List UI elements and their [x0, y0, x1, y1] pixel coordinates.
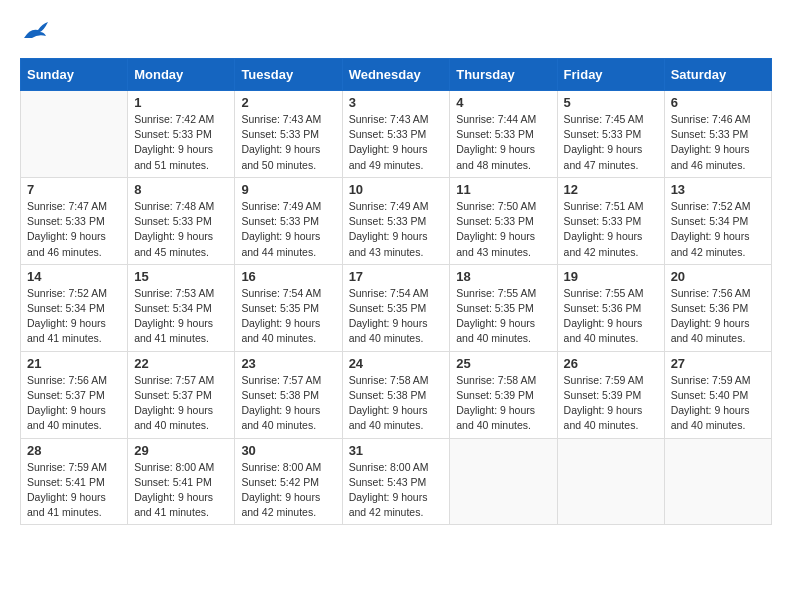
calendar-day-cell: 30Sunrise: 8:00 AM Sunset: 5:42 PM Dayli… [235, 438, 342, 525]
day-info: Sunrise: 7:55 AM Sunset: 5:35 PM Dayligh… [456, 286, 550, 347]
day-number: 19 [564, 269, 658, 284]
day-number: 26 [564, 356, 658, 371]
day-info: Sunrise: 7:47 AM Sunset: 5:33 PM Dayligh… [27, 199, 121, 260]
day-info: Sunrise: 8:00 AM Sunset: 5:41 PM Dayligh… [134, 460, 228, 521]
day-info: Sunrise: 8:00 AM Sunset: 5:42 PM Dayligh… [241, 460, 335, 521]
calendar-day-cell: 25Sunrise: 7:58 AM Sunset: 5:39 PM Dayli… [450, 351, 557, 438]
calendar-day-cell: 14Sunrise: 7:52 AM Sunset: 5:34 PM Dayli… [21, 264, 128, 351]
day-info: Sunrise: 7:54 AM Sunset: 5:35 PM Dayligh… [241, 286, 335, 347]
day-info: Sunrise: 7:49 AM Sunset: 5:33 PM Dayligh… [241, 199, 335, 260]
day-number: 20 [671, 269, 765, 284]
day-number: 13 [671, 182, 765, 197]
day-info: Sunrise: 7:54 AM Sunset: 5:35 PM Dayligh… [349, 286, 444, 347]
day-number: 1 [134, 95, 228, 110]
day-info: Sunrise: 7:58 AM Sunset: 5:39 PM Dayligh… [456, 373, 550, 434]
day-header-monday: Monday [128, 59, 235, 91]
day-number: 10 [349, 182, 444, 197]
calendar-week-row: 28Sunrise: 7:59 AM Sunset: 5:41 PM Dayli… [21, 438, 772, 525]
calendar-day-cell: 27Sunrise: 7:59 AM Sunset: 5:40 PM Dayli… [664, 351, 771, 438]
day-number: 21 [27, 356, 121, 371]
calendar-day-cell: 19Sunrise: 7:55 AM Sunset: 5:36 PM Dayli… [557, 264, 664, 351]
calendar-day-cell: 21Sunrise: 7:56 AM Sunset: 5:37 PM Dayli… [21, 351, 128, 438]
day-number: 28 [27, 443, 121, 458]
day-number: 15 [134, 269, 228, 284]
day-number: 16 [241, 269, 335, 284]
day-number: 18 [456, 269, 550, 284]
calendar-day-cell: 28Sunrise: 7:59 AM Sunset: 5:41 PM Dayli… [21, 438, 128, 525]
calendar-day-cell: 20Sunrise: 7:56 AM Sunset: 5:36 PM Dayli… [664, 264, 771, 351]
day-number: 25 [456, 356, 550, 371]
calendar-day-cell: 18Sunrise: 7:55 AM Sunset: 5:35 PM Dayli… [450, 264, 557, 351]
day-info: Sunrise: 7:49 AM Sunset: 5:33 PM Dayligh… [349, 199, 444, 260]
calendar-day-cell: 16Sunrise: 7:54 AM Sunset: 5:35 PM Dayli… [235, 264, 342, 351]
calendar-day-cell: 1Sunrise: 7:42 AM Sunset: 5:33 PM Daylig… [128, 91, 235, 178]
calendar-day-cell: 22Sunrise: 7:57 AM Sunset: 5:37 PM Dayli… [128, 351, 235, 438]
calendar-day-cell: 12Sunrise: 7:51 AM Sunset: 5:33 PM Dayli… [557, 177, 664, 264]
day-number: 30 [241, 443, 335, 458]
calendar-day-cell: 6Sunrise: 7:46 AM Sunset: 5:33 PM Daylig… [664, 91, 771, 178]
day-number: 9 [241, 182, 335, 197]
day-number: 14 [27, 269, 121, 284]
day-info: Sunrise: 7:42 AM Sunset: 5:33 PM Dayligh… [134, 112, 228, 173]
day-info: Sunrise: 7:53 AM Sunset: 5:34 PM Dayligh… [134, 286, 228, 347]
day-info: Sunrise: 7:59 AM Sunset: 5:41 PM Dayligh… [27, 460, 121, 521]
calendar-day-cell [450, 438, 557, 525]
day-info: Sunrise: 7:44 AM Sunset: 5:33 PM Dayligh… [456, 112, 550, 173]
calendar-day-cell: 13Sunrise: 7:52 AM Sunset: 5:34 PM Dayli… [664, 177, 771, 264]
day-header-thursday: Thursday [450, 59, 557, 91]
calendar-day-cell: 11Sunrise: 7:50 AM Sunset: 5:33 PM Dayli… [450, 177, 557, 264]
day-info: Sunrise: 7:43 AM Sunset: 5:33 PM Dayligh… [349, 112, 444, 173]
calendar-table: SundayMondayTuesdayWednesdayThursdayFrid… [20, 58, 772, 525]
calendar-day-cell: 9Sunrise: 7:49 AM Sunset: 5:33 PM Daylig… [235, 177, 342, 264]
day-info: Sunrise: 7:48 AM Sunset: 5:33 PM Dayligh… [134, 199, 228, 260]
day-info: Sunrise: 7:55 AM Sunset: 5:36 PM Dayligh… [564, 286, 658, 347]
calendar-day-cell: 2Sunrise: 7:43 AM Sunset: 5:33 PM Daylig… [235, 91, 342, 178]
day-info: Sunrise: 7:43 AM Sunset: 5:33 PM Dayligh… [241, 112, 335, 173]
day-info: Sunrise: 7:50 AM Sunset: 5:33 PM Dayligh… [456, 199, 550, 260]
calendar-day-cell: 5Sunrise: 7:45 AM Sunset: 5:33 PM Daylig… [557, 91, 664, 178]
calendar-header-row: SundayMondayTuesdayWednesdayThursdayFrid… [21, 59, 772, 91]
day-number: 2 [241, 95, 335, 110]
day-number: 6 [671, 95, 765, 110]
day-info: Sunrise: 7:59 AM Sunset: 5:39 PM Dayligh… [564, 373, 658, 434]
calendar-day-cell: 4Sunrise: 7:44 AM Sunset: 5:33 PM Daylig… [450, 91, 557, 178]
day-info: Sunrise: 7:45 AM Sunset: 5:33 PM Dayligh… [564, 112, 658, 173]
day-number: 3 [349, 95, 444, 110]
calendar-day-cell: 15Sunrise: 7:53 AM Sunset: 5:34 PM Dayli… [128, 264, 235, 351]
day-number: 11 [456, 182, 550, 197]
day-number: 29 [134, 443, 228, 458]
day-info: Sunrise: 7:52 AM Sunset: 5:34 PM Dayligh… [671, 199, 765, 260]
page-header [20, 20, 772, 42]
day-number: 12 [564, 182, 658, 197]
day-info: Sunrise: 7:52 AM Sunset: 5:34 PM Dayligh… [27, 286, 121, 347]
calendar-day-cell: 23Sunrise: 7:57 AM Sunset: 5:38 PM Dayli… [235, 351, 342, 438]
day-header-wednesday: Wednesday [342, 59, 450, 91]
day-info: Sunrise: 8:00 AM Sunset: 5:43 PM Dayligh… [349, 460, 444, 521]
day-number: 23 [241, 356, 335, 371]
calendar-day-cell [21, 91, 128, 178]
day-header-saturday: Saturday [664, 59, 771, 91]
day-info: Sunrise: 7:58 AM Sunset: 5:38 PM Dayligh… [349, 373, 444, 434]
calendar-week-row: 1Sunrise: 7:42 AM Sunset: 5:33 PM Daylig… [21, 91, 772, 178]
day-info: Sunrise: 7:56 AM Sunset: 5:37 PM Dayligh… [27, 373, 121, 434]
calendar-day-cell: 10Sunrise: 7:49 AM Sunset: 5:33 PM Dayli… [342, 177, 450, 264]
day-number: 22 [134, 356, 228, 371]
day-info: Sunrise: 7:46 AM Sunset: 5:33 PM Dayligh… [671, 112, 765, 173]
calendar-day-cell [557, 438, 664, 525]
day-info: Sunrise: 7:57 AM Sunset: 5:38 PM Dayligh… [241, 373, 335, 434]
day-number: 7 [27, 182, 121, 197]
calendar-day-cell: 26Sunrise: 7:59 AM Sunset: 5:39 PM Dayli… [557, 351, 664, 438]
calendar-day-cell: 7Sunrise: 7:47 AM Sunset: 5:33 PM Daylig… [21, 177, 128, 264]
calendar-week-row: 21Sunrise: 7:56 AM Sunset: 5:37 PM Dayli… [21, 351, 772, 438]
day-header-friday: Friday [557, 59, 664, 91]
day-number: 31 [349, 443, 444, 458]
calendar-day-cell: 3Sunrise: 7:43 AM Sunset: 5:33 PM Daylig… [342, 91, 450, 178]
calendar-week-row: 7Sunrise: 7:47 AM Sunset: 5:33 PM Daylig… [21, 177, 772, 264]
day-number: 27 [671, 356, 765, 371]
logo-bird-icon [22, 20, 50, 42]
calendar-week-row: 14Sunrise: 7:52 AM Sunset: 5:34 PM Dayli… [21, 264, 772, 351]
logo [20, 20, 50, 42]
calendar-day-cell: 29Sunrise: 8:00 AM Sunset: 5:41 PM Dayli… [128, 438, 235, 525]
calendar-day-cell: 24Sunrise: 7:58 AM Sunset: 5:38 PM Dayli… [342, 351, 450, 438]
calendar-day-cell: 17Sunrise: 7:54 AM Sunset: 5:35 PM Dayli… [342, 264, 450, 351]
